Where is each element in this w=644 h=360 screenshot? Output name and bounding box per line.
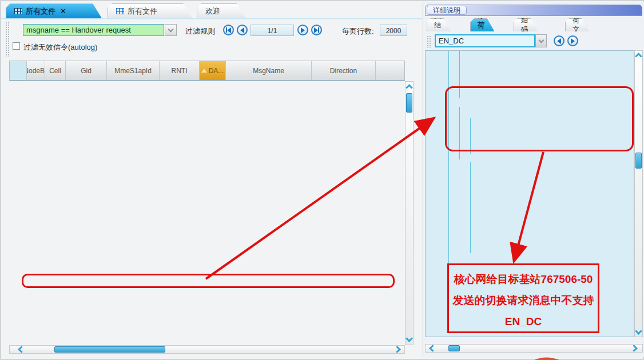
next-page-button[interactable] [297, 25, 308, 35]
tab-welcome[interactable]: 欢迎 [197, 3, 246, 18]
close-tab-icon[interactable]: ✕ [60, 7, 66, 15]
filter-dropdown-button[interactable] [165, 24, 177, 36]
filter-expression-input[interactable] [23, 24, 164, 36]
tab-header-structure[interactable]: 头结构 [427, 18, 451, 31]
table-hscrollbar[interactable] [9, 345, 405, 354]
tab-label: 所有文件 [26, 6, 55, 17]
scroll-up-icon[interactable] [406, 84, 413, 91]
header-da-sorted[interactable]: DA... [200, 61, 226, 80]
next-match-icon [571, 38, 575, 44]
detail-panel-titlebar: 详细说明 [425, 5, 642, 16]
rows-per-page-value[interactable]: 2000 [380, 25, 407, 36]
header-last[interactable] [376, 61, 403, 80]
search-gripper[interactable] [427, 35, 431, 48]
tree-hscroll-thumb[interactable] [448, 345, 460, 351]
prev-page-button[interactable] [237, 25, 248, 35]
scroll-left-icon[interactable] [18, 346, 25, 353]
first-page-button[interactable] [223, 25, 234, 35]
chevron-down-icon [168, 26, 174, 32]
file-tabbar: 所有文件 ✕ 所有文件 欢迎 [6, 3, 418, 19]
header-gid[interactable]: Gid [66, 61, 107, 80]
tree-guide-line [470, 118, 471, 154]
search-prev-button[interactable] [554, 35, 565, 46]
tree-vscrollbar[interactable] [634, 50, 643, 337]
tab-label: 欢迎 [205, 6, 220, 17]
rows-per-page-label: 每页行数: [342, 26, 374, 37]
detail-panel-title: 详细说明 [427, 6, 467, 15]
annotation-note: 核心网给目标基站767506-50 发送的切换请求消息中不支持 EN_DC [447, 263, 599, 333]
first-page-icon [227, 27, 231, 33]
header-cell[interactable]: Cell [45, 61, 66, 80]
chevron-down-icon [538, 37, 544, 43]
table-vscrollbar[interactable] [405, 81, 414, 345]
tree-vscroll-thumb[interactable] [635, 153, 642, 169]
prev-page-icon [240, 27, 244, 33]
scroll-up-icon[interactable] [635, 53, 642, 60]
header-msgname[interactable]: MsgName [226, 61, 312, 80]
tree-search-input[interactable] [435, 34, 535, 47]
table-header-row: NodeB Cell Gid MmeS1apId RNTI DA... MsgN… [9, 61, 405, 81]
scroll-down-icon[interactable] [406, 335, 413, 342]
filter-rules-label: 过滤规则 [185, 26, 215, 37]
toolbar-gripper[interactable] [5, 22, 10, 57]
tree-search-dropdown-button[interactable] [535, 34, 547, 47]
arrow-row-to-tree [206, 120, 431, 279]
annotation-line: 核心网给目标基站767506-50 [449, 269, 598, 290]
last-page-icon [314, 27, 318, 33]
last-page-button[interactable] [311, 25, 322, 35]
tab-raw-stream[interactable]: 原始码流 [514, 18, 538, 31]
header-rnti[interactable]: RNTI [160, 61, 200, 80]
search-next-button[interactable] [567, 35, 578, 46]
tree-guide-line [459, 107, 460, 159]
scroll-down-icon[interactable] [635, 327, 642, 335]
tab-all-files-2[interactable]: 所有文件 [108, 3, 192, 18]
tree-guide-line [459, 51, 460, 98]
table-vscroll-thumb[interactable] [406, 93, 412, 113]
annotation-line: 发送的切换请求消息中不支持 [449, 290, 598, 311]
prev-match-icon [557, 38, 561, 44]
header-nodeb[interactable]: NodeB [27, 61, 45, 80]
app-window: 所有文件 ✕ 所有文件 欢迎 过滤规则 1/1 每页行数: 2000 过滤无效信… [0, 0, 644, 360]
scroll-right-icon[interactable] [630, 345, 638, 352]
tree-guide-line [470, 162, 471, 253]
header-direction[interactable]: Direction [312, 61, 376, 80]
tree-hscrollbar[interactable] [425, 344, 643, 353]
table-grid-icon [116, 8, 124, 14]
autolog-checkbox[interactable] [13, 42, 20, 50]
header-rownum [10, 61, 27, 80]
message-table: NodeB Cell Gid MmeS1apId RNTI DA... MsgN… [9, 61, 405, 81]
table-grid-icon [14, 8, 22, 14]
annotation-line: EN_DC [449, 311, 598, 332]
tab-all-files-1[interactable]: 所有文件 ✕ [6, 3, 102, 18]
autolog-label: 过滤无效信令(autolog) [23, 42, 97, 53]
tab-payload-text[interactable]: 净荷文本 [565, 18, 590, 31]
selected-row-annotation-box [22, 274, 395, 288]
partial-red-mark [532, 357, 559, 360]
tab-label: 所有文件 [128, 6, 157, 17]
header-mmes1apid[interactable]: MmeS1apId [107, 61, 160, 80]
sort-ascending-icon [201, 66, 207, 73]
scroll-right-icon[interactable] [393, 346, 401, 353]
scroll-left-icon[interactable] [429, 345, 436, 352]
page-indicator[interactable]: 1/1 [251, 25, 294, 36]
next-page-icon [301, 27, 305, 33]
table-hscroll-thumb[interactable] [54, 346, 165, 353]
tab-payload-tree[interactable]: 净荷树 [470, 18, 495, 31]
